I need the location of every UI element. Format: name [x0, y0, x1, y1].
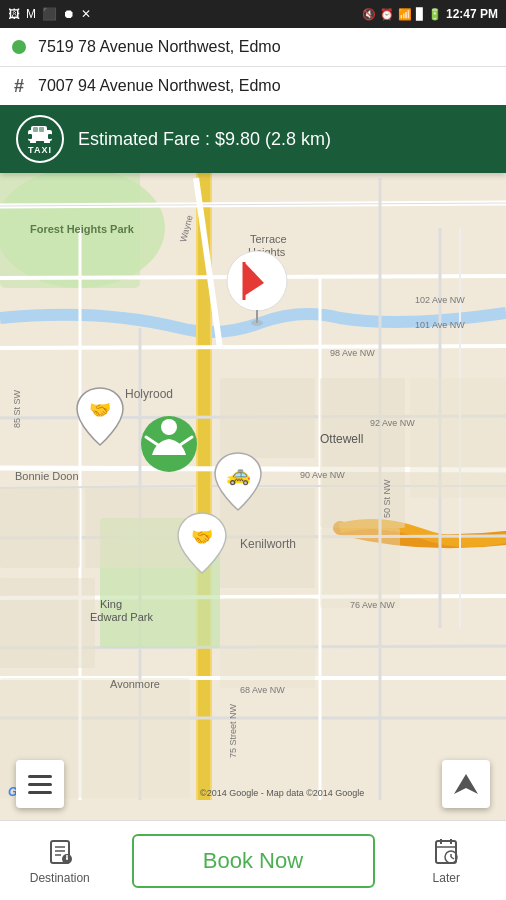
taxi-pin: 🚕	[210, 448, 266, 517]
svg-text:Ottewell: Ottewell	[320, 432, 363, 446]
destination-pin	[222, 248, 292, 332]
taxi-icon-circle: TAXI	[16, 115, 64, 163]
gmail-icon: M	[26, 7, 36, 21]
svg-text:Terrace: Terrace	[250, 233, 287, 245]
svg-text:98 Ave NW: 98 Ave NW	[330, 348, 375, 358]
status-icons-left: 🖼 M ⬛ ⏺ ✕	[8, 7, 91, 21]
book-now-button[interactable]: Book Now	[132, 834, 375, 888]
svg-text:🤝: 🤝	[89, 399, 112, 421]
svg-text:🤝: 🤝	[191, 526, 214, 548]
svg-rect-83	[48, 134, 52, 139]
later-nav-item[interactable]: Later	[387, 837, 507, 885]
svg-text:101 Ave NW: 101 Ave NW	[415, 320, 465, 330]
svg-text:Bonnie Doon: Bonnie Doon	[15, 470, 79, 482]
svg-marker-86	[454, 774, 478, 794]
svg-text:Edward Park: Edward Park	[90, 611, 153, 623]
battery-icon: 🔋	[428, 8, 442, 21]
svg-text:🚕: 🚕	[226, 462, 251, 486]
svg-text:92 Ave NW: 92 Ave NW	[370, 418, 415, 428]
origin-dot	[12, 40, 26, 54]
hamburger-line-2	[28, 783, 52, 786]
svg-point-73	[161, 419, 177, 435]
voicemail-icon: ⏺	[63, 7, 75, 21]
fare-banner: TAXI Estimated Fare : $9.80 (2.8 km)	[0, 105, 506, 173]
svg-point-93	[66, 858, 68, 860]
status-bar: 🖼 M ⬛ ⏺ ✕ 🔇 ⏰ 📶 ▊ 🔋 12:47 PM	[0, 0, 506, 28]
destination-nav-item[interactable]: Destination	[0, 837, 120, 885]
svg-text:50 St NW: 50 St NW	[382, 479, 392, 518]
alarm-icon: ⏰	[380, 8, 394, 21]
later-nav-label: Later	[433, 871, 460, 885]
svg-text:Kenilworth: Kenilworth	[240, 537, 296, 551]
destination-row[interactable]: # 7007 94 Avenue Northwest, Edmo	[0, 67, 506, 105]
top-inputs: 7519 78 Avenue Northwest, Edmo # 7007 94…	[0, 28, 506, 173]
svg-rect-35	[410, 378, 506, 498]
svg-text:68 Ave NW: 68 Ave NW	[240, 685, 285, 695]
navigation-button[interactable]	[442, 760, 490, 808]
svg-line-8	[0, 346, 506, 348]
svg-text:76 Ave NW: 76 Ave NW	[350, 600, 395, 610]
signal-icon: ▊	[416, 8, 424, 21]
taxi-car-icon	[26, 123, 54, 143]
svg-line-100	[451, 857, 454, 859]
pickup-pin-1: 🤝	[72, 383, 128, 452]
x-icon: ✕	[81, 7, 91, 21]
status-icons-right: 🔇 ⏰ 📶 ▊ 🔋 12:47 PM	[362, 7, 498, 21]
destination-hash-icon: #	[12, 79, 26, 93]
bottom-navigation: Destination Book Now Later	[0, 820, 506, 900]
hamburger-line-1	[28, 775, 52, 778]
pickup-pin-2: 🤝	[172, 508, 232, 582]
svg-rect-34	[320, 528, 400, 608]
clock: 12:47 PM	[446, 7, 498, 21]
svg-rect-28	[220, 378, 315, 458]
fare-text: Estimated Fare : $9.80 (2.8 km)	[78, 129, 331, 150]
svg-text:King: King	[100, 598, 122, 610]
menu-button[interactable]	[16, 760, 64, 808]
navigation-arrow-icon	[452, 770, 480, 798]
destination-icon	[45, 837, 75, 867]
svg-text:©2014 Google - Map data ©2014 : ©2014 Google - Map data ©2014 Google	[200, 788, 364, 798]
person-pin	[138, 413, 200, 489]
svg-text:90 Ave NW: 90 Ave NW	[300, 470, 345, 480]
bbm-icon: ⬛	[42, 7, 57, 21]
mute-icon: 🔇	[362, 8, 376, 21]
svg-point-68	[251, 320, 263, 326]
svg-rect-31	[320, 378, 405, 528]
photo-icon: 🖼	[8, 7, 20, 21]
destination-nav-label: Destination	[30, 871, 90, 885]
svg-text:Holyrood: Holyrood	[125, 387, 173, 401]
origin-input[interactable]: 7519 78 Avenue Northwest, Edmo	[38, 38, 494, 56]
svg-rect-29	[0, 578, 95, 668]
svg-text:Forest Heights Park: Forest Heights Park	[30, 223, 135, 235]
svg-text:Avonmore: Avonmore	[110, 678, 160, 690]
taxi-label: TAXI	[28, 145, 52, 155]
svg-rect-84	[33, 127, 38, 132]
svg-text:102 Ave NW: 102 Ave NW	[415, 295, 465, 305]
wifi-icon: 📶	[398, 8, 412, 21]
svg-rect-33	[220, 598, 315, 688]
origin-row[interactable]: 7519 78 Avenue Northwest, Edmo	[0, 28, 506, 67]
destination-input[interactable]: 7007 94 Avenue Northwest, Edmo	[38, 77, 494, 95]
later-icon	[431, 837, 461, 867]
svg-rect-26	[0, 488, 80, 568]
svg-rect-82	[28, 134, 32, 139]
svg-rect-85	[39, 127, 44, 132]
book-now-label: Book Now	[203, 848, 303, 874]
svg-text:85 St SW: 85 St SW	[12, 389, 22, 428]
hamburger-line-3	[28, 791, 52, 794]
svg-text:75 Street NW: 75 Street NW	[228, 703, 238, 758]
